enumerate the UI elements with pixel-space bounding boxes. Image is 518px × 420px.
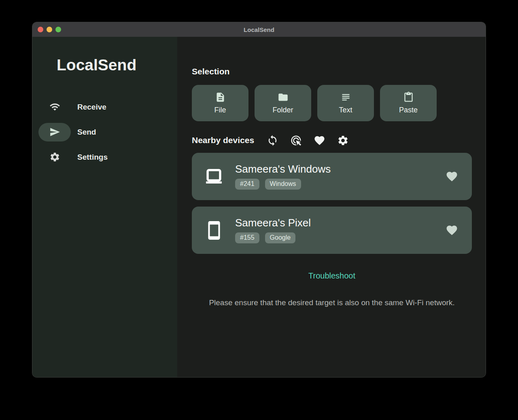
file-icon (215, 92, 226, 103)
sidebar-item-label: Settings (77, 153, 108, 162)
settings-icon-wrap (38, 148, 71, 167)
receive-icon-wrap (38, 98, 71, 116)
laptop-icon (202, 167, 225, 187)
device-info: Sameera's Windows #241 Windows (235, 163, 446, 190)
heart-icon (446, 170, 458, 183)
text-lines-icon (340, 92, 351, 103)
text-button[interactable]: Text (317, 85, 374, 121)
favorites-heart-icon (314, 135, 325, 146)
clipboard-paste-icon (403, 92, 414, 103)
refresh-icon (267, 135, 278, 146)
device-port-badge: #241 (235, 179, 259, 190)
smartphone-icon (202, 219, 225, 242)
titlebar: LocalSend (32, 22, 486, 37)
sidebar-item-settings[interactable]: Settings (32, 145, 177, 170)
nearby-devices-header: Nearby devices (192, 133, 472, 148)
window-title: LocalSend (32, 26, 486, 33)
device-name: Sameera's Windows (235, 163, 446, 175)
favorite-device-button[interactable] (446, 170, 458, 183)
device-port-badge: #155 (235, 232, 259, 243)
selection-buttons: File Folder Text (192, 85, 472, 121)
sidebar-nav: Receive Send Set (32, 95, 177, 170)
zoom-button[interactable] (55, 27, 61, 32)
sidebar: LocalSend Receive (32, 37, 177, 377)
gear-icon (49, 152, 60, 163)
wifi-icon (49, 101, 60, 112)
troubleshoot-link[interactable]: Troubleshoot (308, 271, 355, 280)
wifi-hint-text: Please ensure that the desired target is… (192, 298, 472, 307)
scan-address-button[interactable] (290, 134, 302, 146)
sidebar-item-label: Receive (77, 103, 106, 112)
device-card-sameeras-pixel[interactable]: Sameera's Pixel #155 Google (192, 207, 472, 254)
selection-heading: Selection (192, 67, 472, 76)
folder-icon (278, 92, 289, 103)
app-window: LocalSend LocalSend Receive (32, 22, 486, 377)
send-icon-pill (38, 123, 71, 141)
folder-button-label: Folder (272, 106, 293, 114)
device-badges: #241 Windows (235, 179, 446, 190)
sidebar-item-receive[interactable]: Receive (32, 95, 177, 120)
text-button-label: Text (339, 106, 352, 114)
gear-icon (337, 135, 349, 146)
refresh-button[interactable] (266, 134, 278, 146)
main-panel: Selection File Folder (177, 37, 486, 377)
heart-icon (446, 224, 458, 236)
minimize-button[interactable] (47, 27, 52, 32)
scan-target-click-icon (290, 135, 302, 146)
file-button[interactable]: File (192, 85, 248, 121)
paste-button[interactable]: Paste (380, 85, 437, 121)
traffic-lights (32, 27, 61, 32)
device-os-badge: Windows (265, 179, 301, 190)
app-title: LocalSend (57, 56, 177, 75)
device-os-badge: Google (265, 232, 296, 243)
nearby-settings-button[interactable] (337, 134, 349, 146)
favorites-button[interactable] (313, 134, 325, 146)
send-icon (49, 127, 60, 137)
device-badges: #155 Google (235, 232, 446, 243)
file-button-label: File (214, 106, 226, 114)
folder-button[interactable]: Folder (255, 85, 311, 121)
close-button[interactable] (38, 27, 43, 32)
sidebar-item-label: Send (77, 128, 96, 137)
device-info: Sameera's Pixel #155 Google (235, 217, 446, 243)
sidebar-item-send[interactable]: Send (32, 120, 177, 145)
device-card-sameeras-windows[interactable]: Sameera's Windows #241 Windows (192, 153, 472, 200)
nearby-devices-heading: Nearby devices (192, 135, 254, 145)
device-name: Sameera's Pixel (235, 217, 446, 229)
paste-button-label: Paste (399, 106, 418, 114)
favorite-device-button[interactable] (446, 224, 458, 236)
